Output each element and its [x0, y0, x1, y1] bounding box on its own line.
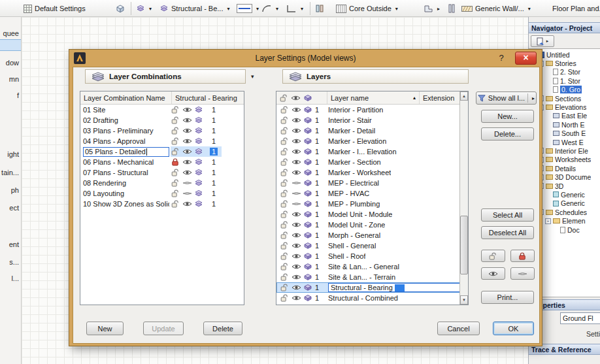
layer-row[interactable]: 1Model Unit - Module [276, 209, 468, 220]
lock-open-icon[interactable] [169, 116, 181, 124]
toolbox-item-fragment[interactable]: ent [9, 240, 19, 248]
combinations-menu-arrow[interactable]: ▾ [251, 73, 254, 80]
combination-name[interactable]: 02 Drafting [83, 116, 169, 124]
toolbox-item-fragment[interactable]: mn [9, 75, 19, 83]
eye-open-icon[interactable] [290, 242, 302, 249]
combination-name[interactable]: 03 Plans - Preliminary [83, 127, 169, 135]
lock-layers-button[interactable] [510, 250, 535, 262]
lock-open-icon[interactable] [278, 200, 290, 208]
lock-open-icon[interactable] [169, 127, 181, 135]
toolbox-item-fragment[interactable]: tain... [1, 169, 19, 176]
update-combination-button[interactable]: Update [143, 322, 184, 335]
layer-stack-icon[interactable] [193, 127, 205, 135]
eye-open-icon[interactable] [290, 263, 302, 270]
arc-tool-dropdown[interactable]: ▾ [261, 2, 278, 15]
lock-open-icon[interactable] [169, 137, 181, 145]
lock-open-icon[interactable] [278, 106, 290, 114]
toolbox-item-fragment[interactable]: ect [9, 204, 19, 212]
model-view-icon[interactable] [302, 210, 314, 218]
navigator-header[interactable]: Navigator - Project [529, 22, 600, 33]
combination-name[interactable]: 10 Show 3D Zones as Solid [83, 200, 169, 208]
lock-open-icon[interactable] [278, 127, 290, 135]
lock-open-icon[interactable] [278, 158, 290, 166]
layer-row[interactable]: 1Marker - Section [276, 157, 468, 167]
unlock-layers-button[interactable] [481, 250, 505, 262]
model-view-icon[interactable] [302, 221, 314, 229]
eye-open-icon[interactable] [290, 127, 302, 134]
lock-open-icon[interactable] [169, 106, 181, 114]
layer-stack-icon[interactable] [193, 179, 205, 187]
layers-tool-button[interactable]: ▾ [136, 2, 152, 15]
lock-open-icon[interactable] [278, 294, 290, 302]
eye-open-icon[interactable] [290, 274, 302, 280]
eye-open-icon[interactable] [181, 107, 193, 113]
toolbox-item-fragment[interactable]: quee [3, 29, 19, 37]
eye-open-icon[interactable] [290, 253, 302, 259]
eye-open-icon[interactable] [290, 222, 302, 228]
layer-row[interactable]: 1Marker - Elevation [276, 136, 468, 146]
floor-plan-dropdown[interactable]: Floor Plan and... [552, 2, 600, 15]
layer-row[interactable]: 1Shell - Roof [276, 251, 468, 261]
eye-closed-icon[interactable] [290, 180, 302, 186]
model-view-icon[interactable] [302, 148, 314, 156]
layer-row[interactable]: 1Morph - General [276, 230, 468, 240]
model-view-icon[interactable] [302, 242, 314, 250]
combination-row[interactable]: 04 Plans - Approval1 [80, 136, 244, 146]
model-view-icon[interactable] [302, 263, 314, 271]
composite-dropdown[interactable]: Core Outside ▾ [336, 2, 398, 15]
model-view-icon[interactable] [302, 179, 314, 187]
lock-open-icon[interactable] [278, 179, 290, 187]
eye-closed-icon[interactable] [290, 201, 302, 207]
eye-open-icon[interactable] [290, 169, 302, 176]
lock-open-icon[interactable] [278, 169, 290, 176]
combination-row[interactable]: 05 Plans - Detailed1 [80, 146, 244, 157]
new-layer-button[interactable]: New... [481, 110, 534, 123]
layer-stack-icon[interactable] [193, 116, 205, 124]
column-bars-icon[interactable] [448, 2, 455, 15]
lock-open-icon[interactable] [169, 200, 181, 208]
delete-layer-button[interactable]: Delete... [481, 127, 534, 141]
lock-open-icon[interactable] [278, 137, 290, 145]
eye-open-icon[interactable] [290, 211, 302, 218]
eye-open-icon[interactable] [290, 159, 302, 165]
profile-dropdown[interactable]: ▸ [424, 2, 440, 15]
layer-row[interactable]: 1Interior - Partition [276, 105, 468, 115]
project-chooser-button[interactable]: ▸ [531, 35, 554, 47]
combination-name[interactable]: 04 Plans - Approval [83, 137, 169, 145]
ok-button[interactable]: OK [493, 322, 534, 335]
scroll-up-button[interactable]: ▲ [460, 91, 468, 101]
story-selector[interactable]: Ground Fl [560, 312, 600, 324]
toolbox-item-fragment[interactable]: ight [7, 150, 19, 158]
layer-row[interactable]: 1Shell - General [276, 240, 468, 251]
lock-open-icon[interactable] [169, 148, 181, 156]
model-view-icon[interactable] [302, 284, 314, 291]
close-button[interactable]: × [515, 52, 537, 65]
eye-closed-icon[interactable] [181, 180, 193, 186]
layer-row[interactable]: 1Site & Lan... - Terrain [276, 272, 468, 282]
toolbox-item-fragment[interactable]: l... [11, 274, 19, 282]
layer-row[interactable]: 1Site & Lan... - General [276, 261, 468, 272]
layers-scrollbar[interactable]: ▲ ▼ [459, 91, 468, 305]
geometry-method-dropdown[interactable]: ▾ [286, 2, 303, 15]
layer-row[interactable]: 1Marker - Worksheet [276, 167, 468, 178]
toolbox-item-fragment[interactable]: f [17, 91, 19, 99]
lock-open-icon[interactable] [278, 242, 290, 250]
selected-tool-highlight[interactable] [0, 39, 22, 51]
combination-row[interactable]: 03 Plans - Preliminary1 [80, 125, 244, 136]
linetype-dropdown[interactable]: ▾ [237, 2, 259, 15]
lock-open-icon[interactable] [278, 210, 290, 218]
model-view-icon[interactable] [302, 169, 314, 176]
combination-name[interactable]: 07 Plans - Structural [83, 169, 169, 176]
lock-open-icon[interactable] [278, 221, 290, 229]
model-view-icon[interactable] [302, 273, 314, 281]
scroll-thumb[interactable] [460, 216, 468, 274]
layer-row[interactable]: 1Structural - Combined [276, 293, 468, 303]
lock-open-icon[interactable] [169, 179, 181, 187]
eye-open-icon[interactable] [290, 232, 302, 239]
combination-name[interactable]: 01 Site [83, 106, 169, 114]
lock-open-icon[interactable] [278, 252, 290, 260]
lock-open-icon[interactable] [278, 116, 290, 124]
eye-closed-icon[interactable] [181, 190, 193, 197]
lock-open-icon[interactable] [278, 284, 290, 291]
combination-row[interactable]: 09 Layouting1 [80, 188, 244, 199]
